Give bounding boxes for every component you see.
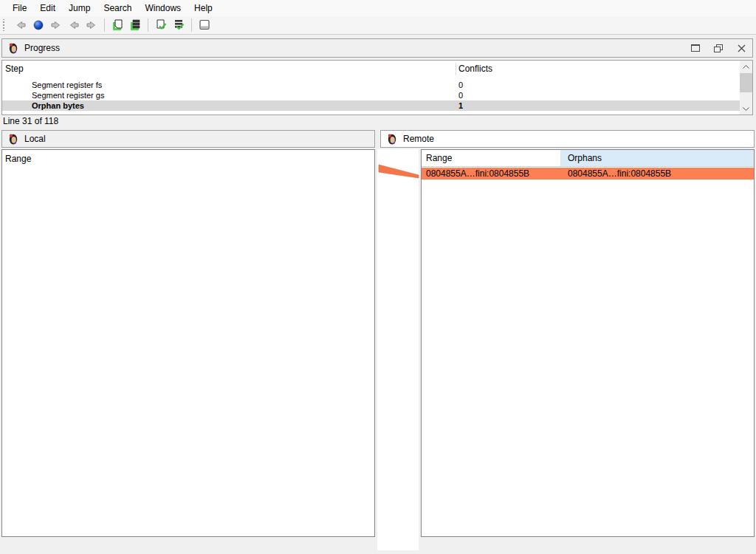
blue-sphere-icon[interactable] xyxy=(31,18,46,33)
scrollbar-thumb[interactable] xyxy=(740,73,752,92)
row-conflicts: 0 xyxy=(458,80,463,90)
local-table: Range xyxy=(1,149,375,537)
list-stack-check-icon[interactable] xyxy=(171,18,186,33)
row-conflicts: 0 xyxy=(458,90,463,100)
row-range: 0804855A…fini:0804855B xyxy=(426,168,529,179)
diff-link-wedge-icon xyxy=(376,162,422,181)
column-header-range[interactable]: Range xyxy=(5,154,31,164)
column-divider[interactable] xyxy=(456,63,456,75)
remote-window-titlebar[interactable]: Remote xyxy=(380,130,755,148)
remote-window-title: Remote xyxy=(403,134,434,144)
remote-table-header: Range Orphans xyxy=(422,150,754,167)
ida-app-icon xyxy=(386,133,398,145)
toolbar-separator xyxy=(148,18,148,32)
toolbar-separator xyxy=(191,18,192,32)
scroll-down-icon[interactable] xyxy=(740,103,752,114)
toolbar-separator xyxy=(104,18,105,32)
scroll-up-icon[interactable] xyxy=(740,61,752,72)
row-conflicts: 1 xyxy=(458,100,463,111)
status-line: Line 31 of 118 xyxy=(3,116,58,126)
toolbar xyxy=(0,16,756,35)
toolbar-grip[interactable] xyxy=(2,19,5,31)
row-step: Segment register fs xyxy=(32,80,102,90)
menu-help[interactable]: Help xyxy=(188,1,219,16)
close-icon[interactable] xyxy=(736,43,746,53)
menu-jump[interactable]: Jump xyxy=(62,1,97,16)
column-header-range[interactable]: Range xyxy=(422,150,560,166)
arrow-left-icon[interactable] xyxy=(13,18,28,33)
column-header-conflicts[interactable]: Conflicts xyxy=(458,64,492,74)
row-orphans: 0804855A…fini:0804855B xyxy=(568,168,671,179)
menu-file[interactable]: File xyxy=(6,1,33,16)
column-header-step[interactable]: Step xyxy=(5,64,24,74)
progress-table-header: Step Conflicts xyxy=(2,61,752,77)
restore-icon[interactable] xyxy=(713,43,724,53)
table-row-highlighted[interactable]: 0804855A…fini:0804855B 0804855A…fini:080… xyxy=(422,168,754,179)
document-check-icon[interactable] xyxy=(154,18,168,33)
ida-app-icon xyxy=(7,42,19,54)
arrow-right-icon[interactable] xyxy=(49,18,63,33)
remote-table: Range Orphans 0804855A…fini:0804855B 080… xyxy=(421,149,755,537)
list-stack-icon[interactable] xyxy=(128,18,142,33)
local-window-title: Local xyxy=(24,134,46,144)
document-new-icon[interactable] xyxy=(110,18,125,33)
vertical-scrollbar[interactable] xyxy=(740,61,752,114)
progress-table: Step Conflicts Segment register fs 0 Seg… xyxy=(1,60,753,115)
menu-windows[interactable]: Windows xyxy=(138,1,188,16)
progress-window-title: Progress xyxy=(24,43,60,53)
menu-bar: File Edit Jump Search Windows Help xyxy=(0,0,756,16)
local-window-titlebar[interactable]: Local xyxy=(1,130,375,148)
menu-edit[interactable]: Edit xyxy=(33,1,62,16)
table-row[interactable]: Segment register gs 0 xyxy=(2,90,740,100)
column-header-orphans[interactable]: Orphans xyxy=(560,150,754,166)
table-row[interactable]: Segment register fs 0 xyxy=(2,80,740,90)
arrow-left-icon[interactable] xyxy=(66,18,81,33)
diff-link-gutter xyxy=(377,149,419,550)
table-row-selected[interactable]: Orphan bytes 1 xyxy=(2,100,740,111)
progress-window-titlebar[interactable]: Progress xyxy=(1,38,753,58)
ida-app-icon xyxy=(7,133,19,145)
menu-search[interactable]: Search xyxy=(97,1,138,16)
arrow-right-icon[interactable] xyxy=(84,18,99,33)
maximize-icon[interactable] xyxy=(690,43,701,53)
row-step: Orphan bytes xyxy=(32,100,84,111)
window-frame-icon[interactable] xyxy=(197,18,212,33)
row-step: Segment register gs xyxy=(32,90,104,100)
